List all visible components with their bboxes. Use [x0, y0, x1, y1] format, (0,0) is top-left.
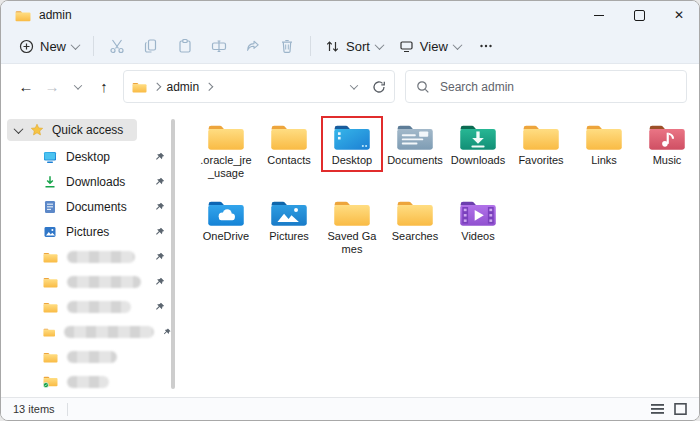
- up-button[interactable]: ↑: [91, 72, 117, 102]
- file-name: Videos: [461, 230, 494, 243]
- chevron-down-icon: [374, 40, 384, 50]
- files-area: .oracle_jre_usage Contacts: [187, 109, 699, 397]
- folder-icon: [132, 81, 147, 93]
- redacted-label: [67, 376, 109, 388]
- address-dropdown-chevron-icon[interactable]: [350, 81, 358, 89]
- close-button[interactable]: ✕: [659, 1, 699, 29]
- sidebar-item-redacted[interactable]: [1, 369, 187, 394]
- file-item[interactable]: Favorites: [510, 116, 572, 191]
- file-name: Links: [591, 154, 617, 167]
- videos-folder-icon: [459, 197, 497, 227]
- file-item-desktop[interactable]: Desktop: [321, 116, 383, 191]
- file-item[interactable]: Searches: [384, 192, 446, 267]
- minimize-icon: [594, 15, 604, 16]
- search-box[interactable]: [405, 70, 687, 103]
- file-item[interactable]: Documents: [384, 116, 446, 191]
- rename-button[interactable]: [202, 33, 236, 59]
- view-icon: [399, 39, 414, 54]
- sidebar-item-downloads[interactable]: Downloads: [1, 169, 187, 194]
- new-button[interactable]: New: [11, 34, 87, 59]
- sidebar-item-quick-access[interactable]: Quick access: [7, 119, 137, 141]
- sort-button[interactable]: Sort: [317, 34, 391, 59]
- sidebar-item-desktop[interactable]: Desktop: [1, 144, 187, 169]
- sidebar-item-redacted[interactable]: [1, 269, 187, 294]
- folder-icon: [43, 251, 58, 263]
- file-name: Documents: [387, 154, 443, 167]
- sidebar-scrollbar[interactable]: [171, 119, 175, 389]
- details-view-icon[interactable]: [651, 403, 664, 415]
- breadcrumb-admin[interactable]: admin: [167, 80, 200, 94]
- file-name: .oracle_jre_usage: [198, 154, 254, 180]
- navigation-pane: Quick access Desktop Downloads: [1, 109, 187, 397]
- close-icon: ✕: [674, 9, 684, 21]
- folder-icon: [207, 121, 245, 151]
- sidebar-item-redacted[interactable]: [1, 344, 187, 369]
- cut-icon: [109, 38, 125, 54]
- file-item[interactable]: Contacts: [258, 116, 320, 191]
- file-name: Downloads: [451, 154, 505, 167]
- chevron-right-icon: [153, 83, 161, 91]
- sidebar-item-label: Desktop: [66, 150, 110, 164]
- file-item[interactable]: Downloads: [447, 116, 509, 191]
- window-title: admin: [39, 8, 72, 22]
- redacted-label: [64, 326, 153, 338]
- desktop-folder-icon: [333, 121, 371, 151]
- pin-icon: [155, 302, 165, 312]
- selection-highlight-red-box: Desktop: [321, 116, 383, 172]
- view-button[interactable]: View: [391, 34, 469, 59]
- maximize-button[interactable]: [619, 1, 659, 29]
- paste-icon: [177, 38, 193, 54]
- delete-button[interactable]: [270, 33, 304, 59]
- copy-button[interactable]: [134, 33, 168, 59]
- refresh-icon[interactable]: [372, 80, 386, 94]
- pin-icon: [155, 202, 165, 212]
- sort-icon: [325, 39, 340, 54]
- file-name: Favorites: [518, 154, 563, 167]
- large-icons-view-icon[interactable]: [674, 403, 687, 415]
- address-bar[interactable]: admin: [123, 70, 395, 103]
- file-item[interactable]: OneDrive: [195, 192, 257, 267]
- explorer-body: Quick access Desktop Downloads: [1, 109, 699, 397]
- downloads-folder-icon: [459, 121, 497, 151]
- sidebar-item-pictures[interactable]: Pictures: [1, 219, 187, 244]
- up-icon: ↑: [100, 78, 108, 95]
- music-folder-icon: [648, 121, 686, 151]
- back-button[interactable]: ←: [13, 72, 39, 102]
- desktop-icon: [43, 150, 57, 164]
- title-bar: admin ✕: [1, 1, 699, 29]
- pin-icon: [155, 277, 165, 287]
- more-options-button[interactable]: [469, 33, 503, 59]
- search-input[interactable]: [438, 79, 676, 95]
- chevron-down-icon: [74, 81, 82, 89]
- redacted-label: [67, 351, 117, 363]
- sidebar-item-documents[interactable]: Documents: [1, 194, 187, 219]
- file-name: OneDrive: [203, 230, 249, 243]
- sidebar-item-redacted[interactable]: [1, 244, 187, 269]
- file-item[interactable]: Music: [636, 116, 698, 191]
- documents-folder-icon: [396, 121, 434, 151]
- minimize-button[interactable]: [579, 1, 619, 29]
- paste-button[interactable]: [168, 33, 202, 59]
- star-icon: [30, 123, 44, 137]
- sidebar-item-label: Pictures: [66, 225, 109, 239]
- file-item[interactable]: Links: [573, 116, 635, 191]
- chevron-down-icon: [14, 124, 24, 134]
- onedrive-folder-icon: [207, 197, 245, 227]
- file-name: Music: [653, 154, 682, 167]
- file-item[interactable]: .oracle_jre_usage: [195, 116, 257, 191]
- status-separator: [67, 403, 68, 416]
- sidebar-item-label: Quick access: [52, 123, 123, 137]
- file-item[interactable]: Pictures: [258, 192, 320, 267]
- sidebar-item-redacted[interactable]: [1, 294, 187, 319]
- recent-locations-button[interactable]: [65, 72, 91, 102]
- folder-icon: [43, 276, 58, 288]
- sidebar-item-redacted[interactable]: [1, 319, 187, 344]
- chevron-down-icon: [452, 40, 462, 50]
- forward-button[interactable]: →: [39, 72, 65, 102]
- folder-icon: [396, 197, 434, 227]
- back-icon: ←: [19, 78, 34, 95]
- cut-button[interactable]: [100, 33, 134, 59]
- file-item[interactable]: Saved Games: [321, 192, 383, 267]
- file-item[interactable]: Videos: [447, 192, 509, 267]
- share-button[interactable]: [236, 33, 270, 59]
